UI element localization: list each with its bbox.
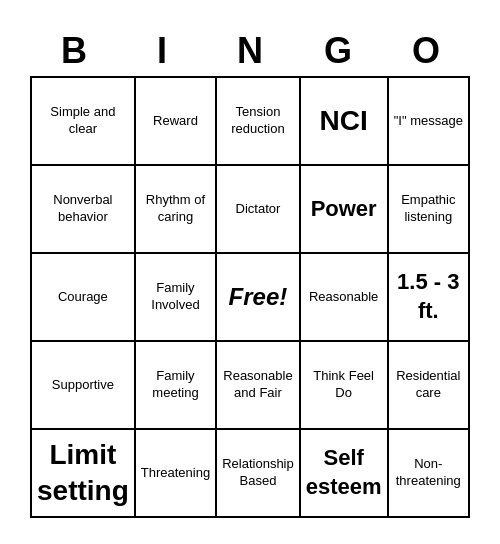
bingo-cell-1: Reward	[136, 78, 217, 166]
bingo-cell-15: Supportive	[32, 342, 136, 430]
bingo-cell-19: Residential care	[389, 342, 470, 430]
bingo-cell-8: Power	[301, 166, 389, 254]
bingo-cell-2: Tension reduction	[217, 78, 301, 166]
bingo-cell-7: Dictator	[217, 166, 301, 254]
bingo-cell-22: Relationship Based	[217, 430, 301, 518]
header-letter-O: O	[382, 26, 470, 76]
bingo-cell-20: Limit setting	[32, 430, 136, 518]
bingo-cell-12: Free!	[217, 254, 301, 342]
bingo-cell-9: Empathic listening	[389, 166, 470, 254]
bingo-cell-13: Reasonable	[301, 254, 389, 342]
bingo-grid: Simple and clearRewardTension reductionN…	[30, 76, 470, 518]
header-letter-N: N	[206, 26, 294, 76]
bingo-cell-17: Reasonable and Fair	[217, 342, 301, 430]
bingo-header: BINGO	[30, 26, 470, 76]
bingo-cell-3: NCI	[301, 78, 389, 166]
bingo-cell-23: Self esteem	[301, 430, 389, 518]
bingo-cell-0: Simple and clear	[32, 78, 136, 166]
header-letter-I: I	[118, 26, 206, 76]
bingo-cell-5: Nonverbal behavior	[32, 166, 136, 254]
bingo-cell-10: Courage	[32, 254, 136, 342]
bingo-cell-6: Rhythm of caring	[136, 166, 217, 254]
bingo-cell-14: 1.5 - 3 ft.	[389, 254, 470, 342]
header-letter-B: B	[30, 26, 118, 76]
bingo-cell-11: Family Involved	[136, 254, 217, 342]
bingo-cell-24: Non-threatening	[389, 430, 470, 518]
bingo-cell-4: "I" message	[389, 78, 470, 166]
bingo-cell-16: Family meeting	[136, 342, 217, 430]
header-letter-G: G	[294, 26, 382, 76]
bingo-cell-18: Think Feel Do	[301, 342, 389, 430]
bingo-cell-21: Threatening	[136, 430, 217, 518]
bingo-card: BINGO Simple and clearRewardTension redu…	[20, 16, 480, 528]
